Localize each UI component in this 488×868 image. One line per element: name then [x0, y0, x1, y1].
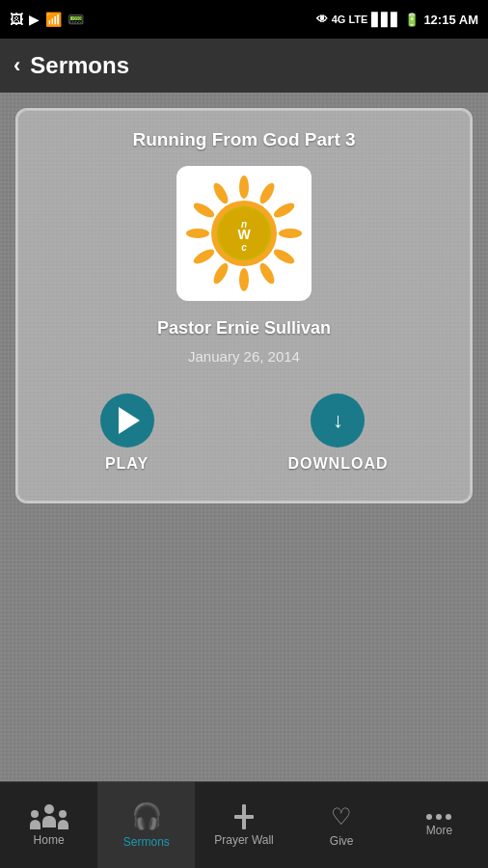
play-icon: [119, 407, 140, 434]
nwc-logo: n W c: [176, 166, 312, 301]
nav-item-give[interactable]: ♡ Give: [293, 782, 391, 868]
main-content: Running From God Part 3: [0, 93, 488, 781]
back-button[interactable]: ‹: [14, 53, 20, 78]
nav-label-prayer-wall: Prayer Wall: [214, 833, 274, 847]
more-dots-icon: [426, 814, 451, 820]
nav-item-prayer-wall[interactable]: Prayer Wall: [195, 782, 292, 868]
image-icon: 🖼: [10, 12, 23, 27]
voicemail-icon: 📟: [68, 12, 84, 27]
action-row: PLAY ↓ DOWNLOAD: [33, 393, 455, 473]
signal-label: 4G LTE: [332, 14, 368, 25]
svg-text:W: W: [237, 227, 251, 242]
svg-point-8: [192, 247, 217, 267]
play-circle: [100, 393, 154, 448]
svg-point-10: [192, 201, 217, 221]
nav-label-give: Give: [330, 834, 354, 848]
sermon-date: January 26, 2014: [188, 348, 300, 365]
svg-point-0: [239, 176, 249, 199]
svg-point-6: [239, 268, 249, 291]
svg-point-7: [211, 261, 231, 286]
svg-point-2: [272, 201, 297, 221]
cross-icon: [231, 804, 257, 829]
person-right: [58, 810, 68, 829]
sermon-title: Running From God Part 3: [132, 129, 355, 150]
svg-point-1: [258, 181, 278, 206]
home-people-icon: [30, 804, 68, 829]
wifi-icon: 📶: [45, 12, 62, 27]
nav-label-home: Home: [34, 833, 65, 847]
nav-label-more: More: [426, 824, 452, 837]
play-label: PLAY: [105, 455, 149, 473]
svg-point-4: [272, 247, 297, 267]
download-button[interactable]: ↓ DOWNLOAD: [288, 393, 389, 473]
nav-item-home[interactable]: Home: [0, 782, 97, 868]
person-center: [42, 804, 56, 827]
top-bar: ‹ Sermons: [0, 39, 488, 93]
download-circle: ↓: [311, 393, 365, 448]
heart-icon: ♡: [331, 803, 352, 830]
person-left: [30, 810, 41, 829]
svg-text:c: c: [241, 242, 247, 253]
status-right-info: 👁 4G LTE ▋▋▋ 🔋 12:15 AM: [316, 13, 478, 27]
eye-icon: 👁: [316, 13, 328, 26]
svg-point-11: [211, 181, 231, 206]
page-title: Sermons: [30, 52, 129, 79]
battery-icon: 🔋: [404, 13, 420, 27]
nav-item-more[interactable]: More: [391, 782, 488, 868]
download-label: DOWNLOAD: [288, 455, 389, 473]
signal-bars: ▋▋▋: [371, 13, 400, 27]
nav-item-sermons[interactable]: 🎧 Sermons: [97, 782, 195, 868]
play-button[interactable]: PLAY: [100, 393, 154, 473]
nav-label-sermons: Sermons: [123, 835, 170, 849]
headphones-icon: 🎧: [131, 801, 162, 831]
download-icon: ↓: [333, 408, 343, 433]
status-bar: 🖼 ▶ 📶 📟 👁 4G LTE ▋▋▋ 🔋 12:15 AM: [0, 0, 488, 39]
pastor-name: Pastor Ernie Sullivan: [157, 318, 331, 339]
status-left-icons: 🖼 ▶ 📶 📟: [10, 12, 84, 27]
svg-point-9: [186, 229, 209, 238]
svg-point-3: [279, 229, 302, 238]
bottom-nav: Home 🎧 Sermons Prayer Wall ♡ Give More: [0, 781, 488, 868]
play-status-icon: ▶: [29, 12, 40, 27]
sermon-card: Running From God Part 3: [15, 108, 473, 503]
svg-point-5: [258, 261, 278, 286]
time-display: 12:15 AM: [423, 13, 478, 27]
sun-logo-svg: n W c: [186, 176, 302, 291]
